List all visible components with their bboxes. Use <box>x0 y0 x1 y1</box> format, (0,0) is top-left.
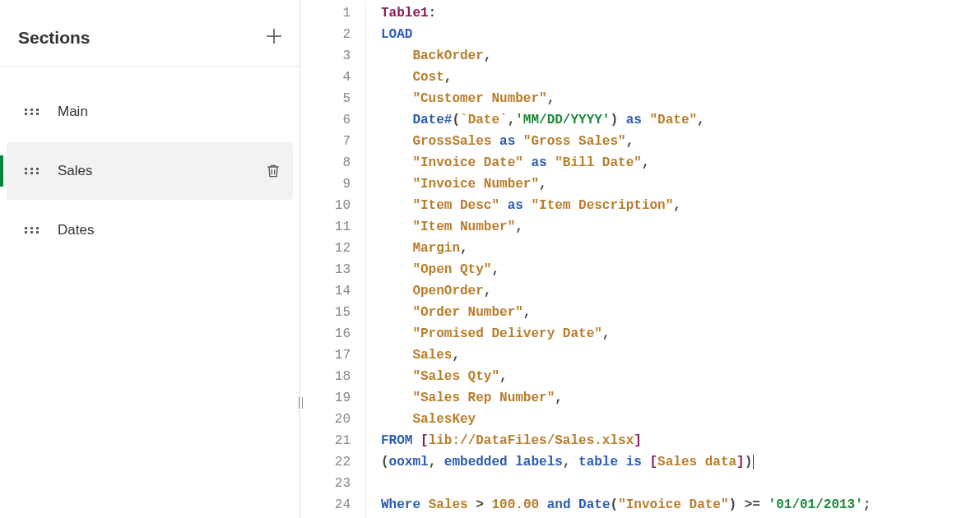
sidebar-item-main[interactable]: Main <box>7 83 293 141</box>
code-line[interactable]: BackOrder, <box>381 45 980 67</box>
line-number: 20 <box>300 409 351 430</box>
sidebar-item-label: Dates <box>58 222 281 238</box>
line-number: 13 <box>300 259 351 280</box>
line-number: 2 <box>300 24 351 45</box>
code-line[interactable]: "Open Qty", <box>381 259 980 280</box>
line-number: 15 <box>300 302 351 323</box>
line-number: 12 <box>300 238 351 259</box>
grip-icon[interactable] <box>25 227 39 234</box>
add-section-button[interactable] <box>265 26 283 49</box>
sidebar-item-label: Sales <box>58 163 265 179</box>
line-number: 8 <box>300 152 351 173</box>
line-number: 23 <box>300 473 351 494</box>
code-line[interactable]: GrossSales as "Gross Sales", <box>381 131 980 152</box>
sidebar-item-dates[interactable]: Dates <box>7 201 293 259</box>
line-number: 14 <box>300 280 351 302</box>
sidebar-item-label: Main <box>58 104 281 120</box>
line-number: 4 <box>300 67 351 88</box>
line-number: 18 <box>300 366 351 387</box>
line-number: 24 <box>300 494 351 516</box>
sidebar: Sections MainSalesDates <box>0 0 300 518</box>
sidebar-header: Sections <box>0 0 300 67</box>
code-line[interactable]: Sales, <box>381 345 980 366</box>
code-line[interactable]: Date#(`Date`,'MM/DD/YYYY') as "Date", <box>381 109 980 131</box>
code-line[interactable]: "Sales Rep Number", <box>381 387 980 409</box>
line-number: 16 <box>300 323 351 345</box>
code-line[interactable]: Where Sales > 100.00 and Date("Invoice D… <box>381 494 980 516</box>
code-line[interactable]: "Invoice Date" as "Bill Date", <box>381 152 980 173</box>
trash-icon[interactable] <box>265 162 281 180</box>
line-number: 21 <box>300 430 351 451</box>
code-line[interactable] <box>381 473 980 494</box>
line-number: 5 <box>300 88 351 109</box>
code-line[interactable]: SalesKey <box>381 409 980 430</box>
line-number: 9 <box>300 173 351 195</box>
code-line[interactable]: OpenOrder, <box>381 280 980 302</box>
line-gutter: 123456789101112131415161718192021222324 <box>300 2 366 518</box>
line-number: 6 <box>300 109 351 131</box>
sections-list: MainSalesDates <box>0 67 300 261</box>
code-line[interactable]: "Sales Qty", <box>381 366 980 387</box>
line-number: 7 <box>300 131 351 152</box>
code-line[interactable]: FROM [lib://DataFiles/Sales.xlsx] <box>381 430 980 451</box>
line-number: 10 <box>300 195 351 216</box>
sections-title: Sections <box>18 28 91 48</box>
code-editor[interactable]: 123456789101112131415161718192021222324 … <box>300 0 980 518</box>
code-line[interactable]: Table1: <box>381 2 980 24</box>
code-line[interactable]: (ooxml, embedded labels, table is [Sales… <box>381 451 980 473</box>
code-line[interactable]: "Item Desc" as "Item Description", <box>381 195 980 216</box>
code-line[interactable]: "Customer Number", <box>381 88 980 109</box>
grip-icon[interactable] <box>25 109 39 115</box>
code-line[interactable]: "Promised Delivery Date", <box>381 323 980 345</box>
code-line[interactable]: "Invoice Number", <box>381 173 980 195</box>
code-area[interactable]: Table1:LOAD BackOrder, Cost, "Customer N… <box>366 2 980 518</box>
line-number: 22 <box>300 451 351 473</box>
code-line[interactable]: Margin, <box>381 238 980 259</box>
code-line[interactable]: Cost, <box>381 67 980 88</box>
line-number: 19 <box>300 387 351 409</box>
code-line[interactable]: LOAD <box>381 24 980 45</box>
code-line[interactable]: "Item Number", <box>381 216 980 238</box>
grip-icon[interactable] <box>25 168 39 174</box>
line-number: 11 <box>300 216 351 238</box>
sidebar-item-sales[interactable]: Sales <box>7 142 293 200</box>
line-number: 3 <box>300 45 351 67</box>
line-number: 17 <box>300 345 351 366</box>
code-line[interactable]: "Order Number", <box>381 302 980 323</box>
line-number: 1 <box>300 2 351 24</box>
plus-icon <box>265 27 283 45</box>
